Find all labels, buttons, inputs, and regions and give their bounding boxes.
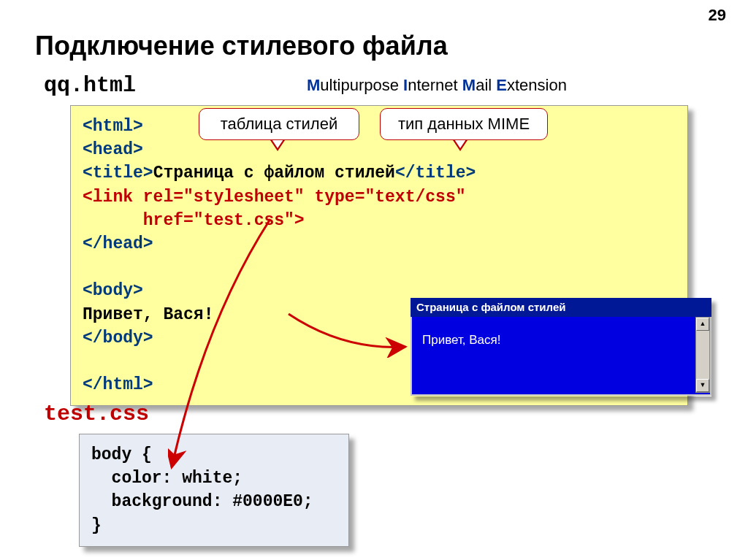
code-line: </body> xyxy=(83,329,153,348)
mime-expansion: Multipurpose Internet Mail Extension xyxy=(307,76,567,95)
browser-preview: Страница с файлом стилей Привет, Вася! ▲… xyxy=(411,298,711,396)
code-line: </html> xyxy=(83,375,153,394)
browser-content: Привет, Вася! xyxy=(412,317,710,364)
mime-text: ail xyxy=(476,76,496,94)
filename-html: qq.html xyxy=(44,73,136,98)
code-link-line: href=" xyxy=(83,211,204,230)
css-code-block: body { color: white; background: #0000E0… xyxy=(79,434,349,547)
mime-letter: M xyxy=(462,76,476,94)
scroll-up-icon[interactable]: ▲ xyxy=(696,318,709,331)
callout-tail-icon xyxy=(270,140,285,151)
code-line: </title> xyxy=(395,164,476,183)
mime-text: nternet xyxy=(408,76,462,94)
mime-letter: E xyxy=(496,76,507,94)
browser-body: Привет, Вася! ▲ ▼ xyxy=(411,317,711,396)
scrollbar[interactable]: ▲ ▼ xyxy=(695,317,710,393)
code-line: <head> xyxy=(83,140,143,159)
callout-mime-type: тип данных MIME xyxy=(380,108,548,140)
code-line: background: #0000E0; xyxy=(91,492,313,511)
code-text: Страница с файлом стилей xyxy=(153,164,395,183)
mime-text: xtension xyxy=(507,76,567,94)
browser-title-bar: Страница с файлом стилей xyxy=(411,298,711,317)
scroll-down-icon[interactable]: ▼ xyxy=(696,379,709,392)
callout-stylesheet: таблица стилей xyxy=(199,108,359,140)
page-number: 29 xyxy=(709,6,726,25)
code-href-value: test.css xyxy=(204,211,284,230)
code-line: <body> xyxy=(83,281,143,300)
mime-text: ultipurpose xyxy=(320,76,403,94)
code-link-line: "> xyxy=(284,211,305,230)
code-line: <html> xyxy=(83,117,143,136)
page-title: Подключение стилевого файла xyxy=(35,31,448,61)
code-line: } xyxy=(91,516,102,535)
code-text: Привет, Вася! xyxy=(83,305,213,324)
code-line: <title> xyxy=(83,164,153,183)
filename-css: test.css xyxy=(44,402,149,426)
code-link-line: <link rel="stylesheet" type="text/css" xyxy=(83,188,466,207)
code-line: </head> xyxy=(83,234,153,253)
mime-letter: M xyxy=(307,76,320,94)
code-line: body { xyxy=(91,445,152,464)
code-line: color: white; xyxy=(91,469,243,488)
callout-tail-icon xyxy=(453,140,468,151)
